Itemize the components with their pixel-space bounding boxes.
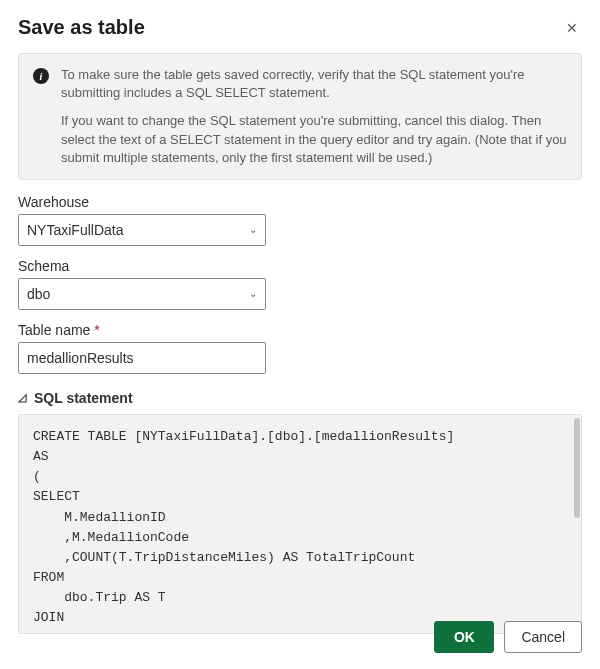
warehouse-label: Warehouse <box>18 194 582 210</box>
chevron-down-icon: ⌄ <box>249 224 257 235</box>
warehouse-select[interactable]: NYTaxiFullData ⌄ <box>18 214 266 246</box>
ok-button[interactable]: OK <box>434 621 494 653</box>
info-banner: i To make sure the table gets saved corr… <box>18 53 582 180</box>
close-icon[interactable]: ✕ <box>562 18 582 38</box>
tablename-input[interactable] <box>18 342 266 374</box>
collapse-icon: ◿ <box>18 391 26 404</box>
scrollbar-thumb[interactable] <box>574 418 580 518</box>
warehouse-value: NYTaxiFullData <box>27 222 123 238</box>
cancel-button[interactable]: Cancel <box>504 621 582 653</box>
info-icon: i <box>33 68 49 84</box>
info-text-1: To make sure the table gets saved correc… <box>61 66 567 102</box>
schema-label: Schema <box>18 258 582 274</box>
sql-heading: SQL statement <box>34 390 133 406</box>
info-text-2: If you want to change the SQL statement … <box>61 112 567 167</box>
sql-code-preview: CREATE TABLE [NYTaxiFullData].[dbo].[med… <box>18 414 582 634</box>
schema-value: dbo <box>27 286 50 302</box>
schema-select[interactable]: dbo ⌄ <box>18 278 266 310</box>
sql-section-header[interactable]: ◿ SQL statement <box>18 390 582 406</box>
chevron-down-icon: ⌄ <box>249 288 257 299</box>
tablename-label: Table name <box>18 322 582 338</box>
dialog-title: Save as table <box>18 16 145 39</box>
